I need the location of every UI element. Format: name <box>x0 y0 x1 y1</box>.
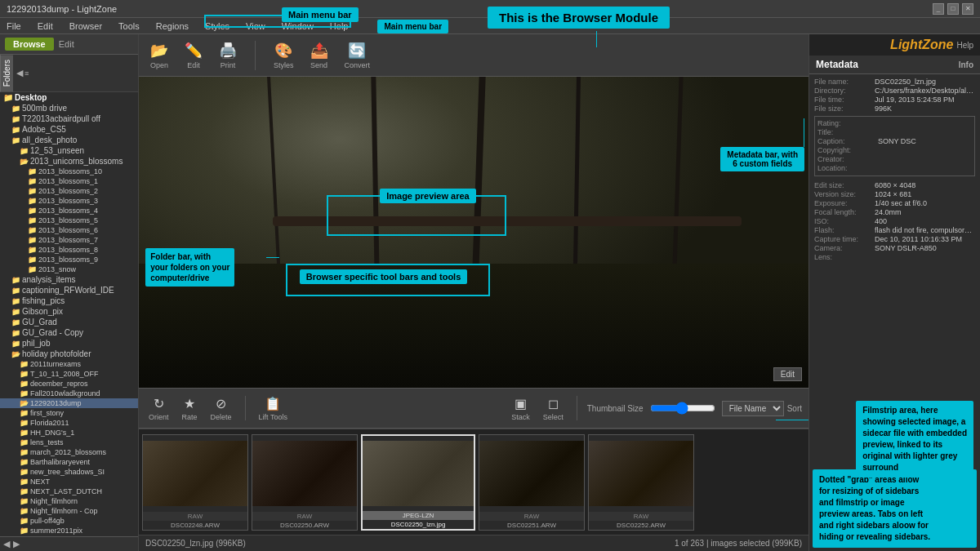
print-button[interactable]: 🖨️ Print <box>214 38 242 73</box>
styles-button[interactable]: 🎨 Styles <box>269 38 299 73</box>
minimize-button[interactable]: _ <box>933 3 944 15</box>
menu-edit[interactable]: Edit <box>34 20 56 33</box>
list-item[interactable]: 📁 NEXT <box>0 477 138 487</box>
lift-tools-icon: 📋 <box>265 396 281 411</box>
list-item[interactable]: 📁 500mb drive <box>0 103 138 113</box>
close-button[interactable]: ✕ <box>962 3 973 15</box>
list-item[interactable]: 📁 HH_DNG's_1 <box>0 428 138 438</box>
list-item[interactable]: 📁 all_desk_photo <box>0 135 138 145</box>
list-item[interactable]: 📁 summer2011pix <box>0 526 138 535</box>
help-button[interactable]: Help <box>956 41 973 50</box>
orient-tool[interactable]: ↻ Orient <box>145 394 172 423</box>
menu-browser[interactable]: Browser <box>66 20 105 33</box>
meta-label: Edit size: <box>814 181 871 189</box>
list-item[interactable]: 📁 Night_filmhorn <box>0 496 138 506</box>
film-item[interactable]: RAW DSC02248.ARW <box>142 434 248 531</box>
list-item[interactable]: 📁 GU_Grad <box>0 317 138 327</box>
menu-file[interactable]: File <box>3 20 24 33</box>
list-item[interactable]: 📁 GU_Grad - Copy <box>0 327 138 338</box>
list-item[interactable]: 📁 2011turnexams <box>0 359 138 369</box>
menu-tools[interactable]: Tools <box>115 20 143 33</box>
delete-tool[interactable]: ⊘ Delete <box>207 394 235 423</box>
lift-tools-tool[interactable]: 📋 Lift Tools <box>256 394 291 423</box>
list-item[interactable]: 📁 pull-off4gb <box>0 516 138 526</box>
meta-label: File size: <box>814 104 871 113</box>
open-button[interactable]: 📂 Open <box>145 38 173 73</box>
thumbnail-size-slider[interactable] <box>650 402 715 415</box>
list-item[interactable]: 📁 NEXT_LAST_DUTCH <box>0 487 138 496</box>
menu-regions[interactable]: Regions <box>153 20 192 33</box>
menu-help[interactable]: Help <box>327 20 352 33</box>
list-item[interactable]: 📁 T22013acbairdpull off <box>0 113 138 124</box>
list-item[interactable]: 📁 lens_tests <box>0 438 138 447</box>
nav-options[interactable]: ≡ <box>24 69 29 78</box>
list-item[interactable]: 📁 phil_job <box>0 338 138 349</box>
sidebar-nav-left[interactable]: ◀ <box>3 539 10 549</box>
list-item[interactable]: 📁 new_tree_shadows_SI <box>0 467 138 477</box>
list-item[interactable]: 📁 march_2012_blossoms <box>0 447 138 457</box>
list-item[interactable]: 📁 T_10_11_2008_OFF <box>0 369 138 379</box>
list-item[interactable]: 📁 2013_blossoms_4 <box>0 206 138 216</box>
folders-tab[interactable]: Folders <box>0 55 13 91</box>
list-item[interactable]: 📁 fishing_pics <box>0 295 138 306</box>
meta-value-dir: C:/Users/frankex/Desktop/all_desk... <box>875 87 975 95</box>
film-item-selected[interactable]: JPEG-LZN DSC02250_lzn.jpg <box>361 434 475 531</box>
list-item[interactable]: 📁 Adobe_CS5 <box>0 124 138 135</box>
nav-back[interactable]: ◀ <box>16 68 23 78</box>
send-button[interactable]: 📤 Send <box>305 38 333 73</box>
list-item[interactable]: 📁 2013_blossoms_5 <box>0 216 138 225</box>
window-controls[interactable]: _ □ ✕ <box>933 3 973 15</box>
list-item[interactable]: 📁 Florida2011 <box>0 418 138 428</box>
styles-icon: 🎨 <box>274 42 292 60</box>
edit-button[interactable]: ✏️ Edit <box>180 38 207 73</box>
meta-value-iso: 400 <box>875 217 975 225</box>
meta-label: File name: <box>814 78 871 86</box>
list-item[interactable]: 📂 2013_unicorns_blossoms <box>0 156 138 167</box>
menu-view[interactable]: View <box>243 20 269 33</box>
list-item[interactable]: 📁 2013_blossoms_6 <box>0 225 138 235</box>
list-item[interactable]: 📁 analysis_items <box>0 274 138 285</box>
image-edit-badge[interactable]: Edit <box>773 367 802 381</box>
maximize-button[interactable]: □ <box>947 3 959 15</box>
thumbnail-size-label: Thumbnail Size <box>587 404 644 413</box>
center-content: 📂 Open ✏️ Edit 🖨️ Print 🎨 Styles <box>139 34 808 551</box>
browse-tab[interactable]: Browse <box>5 38 54 51</box>
folder-desktop[interactable]: 📁 Desktop <box>0 92 138 103</box>
list-item[interactable]: 📁 2013_blossoms_1 <box>0 176 138 186</box>
sort-select[interactable]: File Name <box>722 401 784 416</box>
window-title: 12292013dump - LightZone <box>7 4 933 14</box>
folder-selected[interactable]: 📂 12292013dump <box>0 398 138 408</box>
film-item[interactable]: RAW DSC02250.ARW <box>252 434 358 531</box>
edit-tab[interactable]: Edit <box>59 39 74 49</box>
bottom-toolbar: ↻ Orient ★ Rate ⊘ Delete 📋 Lift Tools ▣ … <box>139 388 808 429</box>
list-item[interactable]: 📁 2013_blossoms_8 <box>0 245 138 255</box>
list-item[interactable]: 📁 2013_blossoms_7 <box>0 235 138 245</box>
menu-styles[interactable]: Styles <box>202 20 233 33</box>
list-item[interactable]: 📁 2013_blossoms_2 <box>0 186 138 196</box>
select-tool[interactable]: ◻ Select <box>540 394 567 423</box>
list-item[interactable]: 📁 2013_snow <box>0 264 138 274</box>
list-item[interactable]: 📁 2013_blossoms_9 <box>0 255 138 264</box>
custom-fields-section: Rating: Title: Caption: SONY DSC Copyrig… <box>814 116 975 176</box>
film-item[interactable]: RAW DSC02251.ARW <box>479 434 585 531</box>
list-item[interactable]: 📁 2013_blossoms_10 <box>0 167 138 176</box>
rate-tool[interactable]: ★ Rate <box>179 394 201 423</box>
list-item[interactable]: 📁 2013_blossoms_3 <box>0 196 138 206</box>
film-item[interactable]: RAW DSC02252.ARW <box>588 434 694 531</box>
info-tab[interactable]: Info <box>959 60 973 69</box>
list-item[interactable]: 📁 first_stony <box>0 408 138 418</box>
meta-label: Capture time: <box>814 235 871 243</box>
list-item[interactable]: 📂 holiday photofolder <box>0 349 138 359</box>
list-item[interactable]: 📁 Gibson_pix <box>0 306 138 317</box>
stack-icon: ▣ <box>514 396 527 411</box>
menu-window[interactable]: Window <box>278 20 317 33</box>
sidebar-nav-right[interactable]: ▶ <box>13 539 20 549</box>
list-item[interactable]: 📁 Fall2010wladkground <box>0 389 138 398</box>
list-item[interactable]: 📁 captioning_RFWorld_IDE <box>0 285 138 295</box>
list-item[interactable]: 📁 Night_filmhorn - Cop <box>0 506 138 516</box>
stack-tool[interactable]: ▣ Stack <box>508 394 533 423</box>
list-item[interactable]: 📁 december_repros <box>0 379 138 389</box>
list-item[interactable]: 📁 Barthalibraryevent <box>0 457 138 467</box>
list-item[interactable]: 📁 12_53_unseen <box>0 145 138 156</box>
convert-button[interactable]: 🔄 Convert <box>340 38 376 73</box>
